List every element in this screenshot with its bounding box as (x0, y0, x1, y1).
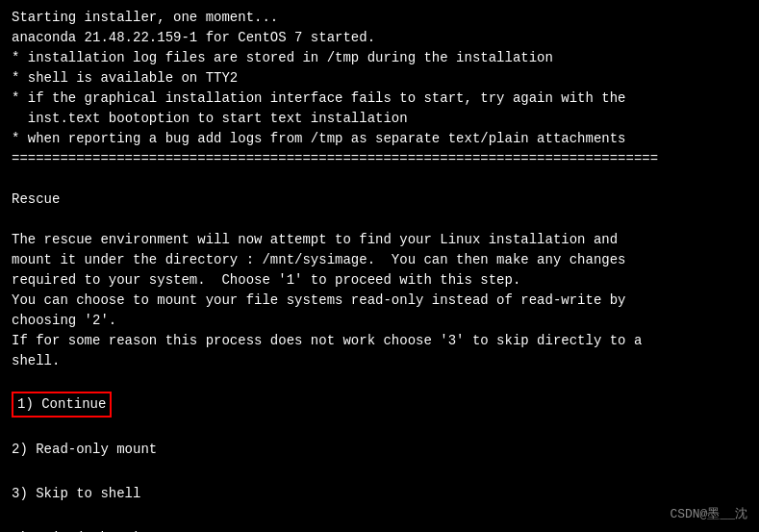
option-2-line: 2) Read-only mount (12, 438, 747, 462)
separator-line: ========================================… (12, 149, 747, 169)
startup-line-3: * installation log files are stored in /… (12, 48, 747, 68)
startup-line-6: inst.text bootoption to start text insta… (12, 109, 747, 129)
blank-3 (12, 371, 747, 392)
startup-line-1: Starting installer, one moment... (12, 8, 747, 28)
blank-1 (12, 169, 747, 190)
blank-5 (12, 462, 747, 482)
rescue-title: Rescue (12, 190, 747, 210)
rescue-body-1: The rescue environment will now attempt … (12, 230, 747, 250)
startup-line-4: * shell is available on TTY2 (12, 68, 747, 89)
terminal-window: Starting installer, one moment... anacon… (0, 0, 759, 532)
rescue-body-3: required to your system. Choose '1' to p… (12, 270, 747, 291)
startup-line-7: * when reporting a bug add logs from /tm… (12, 129, 747, 149)
option-4-line: 4) Quit (Reboot) (12, 526, 747, 532)
rescue-body-4: You can choose to mount your file system… (12, 291, 747, 311)
blank-4 (12, 418, 747, 438)
startup-line-2: anaconda 21.48.22.159-1 for CentOS 7 sta… (12, 28, 747, 48)
blank-6 (12, 506, 747, 526)
rescue-body-6: If for some reason this process does not… (12, 331, 747, 351)
rescue-body-2: mount it under the directory : /mnt/sysi… (12, 250, 747, 270)
option-1-line: 1) Continue (12, 392, 747, 418)
option-3-line: 3) Skip to shell (12, 482, 747, 506)
watermark: CSDN@墨__沈 (670, 505, 747, 522)
option-1-highlight: 1) Continue (12, 392, 112, 418)
startup-line-5: * if the graphical installation interfac… (12, 89, 747, 109)
blank-2 (12, 210, 747, 230)
rescue-body-7: shell. (12, 351, 747, 371)
rescue-body-5: choosing '2'. (12, 311, 747, 331)
